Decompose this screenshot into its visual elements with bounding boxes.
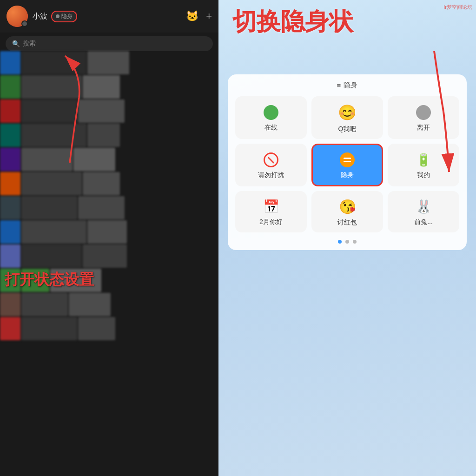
annotation-arrow-left — [28, 33, 84, 167]
hidden-icon-lines — [344, 158, 351, 162]
right-title: 切换隐身状 — [232, 8, 353, 35]
status-item-feb[interactable]: 📅 2月你好 — [235, 191, 307, 232]
title-text: 切换隐身状 — [232, 8, 353, 35]
icon-line-2 — [344, 161, 351, 162]
annotation-arrow-right — [411, 46, 476, 186]
icon-line-1 — [344, 158, 351, 159]
right-panel: Ir梦空间论坛 切换隐身状 ≡ 隐身 在线 😊 Q我吧 离开 — [218, 0, 476, 476]
avatar-container[interactable] — [7, 6, 28, 27]
status-dot — [21, 20, 28, 27]
status-item-rabbit[interactable]: 🐰 前兔... — [388, 191, 459, 232]
pagination — [232, 240, 462, 244]
cat-icon[interactable]: 🐱 — [186, 10, 198, 22]
add-icon[interactable]: + — [206, 10, 212, 22]
hongbao-label: 讨红包 — [337, 218, 357, 227]
status-item-online[interactable]: 在线 — [235, 96, 307, 139]
left-panel: 小波 隐身 🐱 + 🔍 搜索 — [0, 0, 218, 476]
callme-label: Q我吧 — [338, 125, 357, 133]
hongbao-icon: 😘 — [339, 198, 356, 215]
status-item-callme[interactable]: 😊 Q我吧 — [311, 96, 383, 139]
callme-icon: 😊 — [338, 104, 357, 121]
search-icon: 🔍 — [12, 40, 20, 47]
status-indicator — [56, 14, 60, 18]
username: 小波 — [33, 12, 47, 20]
rabbit-label: 前兔... — [414, 218, 433, 226]
rabbit-icon: 🐰 — [416, 199, 432, 214]
nodisturb-label: 请勿打扰 — [258, 171, 284, 179]
page-dot-1[interactable] — [338, 240, 342, 244]
left-header: 小波 隐身 🐱 + — [0, 0, 218, 33]
nodisturb-icon — [264, 152, 278, 167]
online-label: 在线 — [264, 124, 278, 132]
page-dot-2[interactable] — [345, 240, 349, 244]
page-dot-3[interactable] — [353, 240, 357, 244]
status-badge[interactable]: 隐身 — [51, 11, 77, 22]
status-item-hidden[interactable]: 隐身 — [311, 144, 383, 186]
status-item-nodisturb[interactable]: 请勿打扰 — [235, 144, 307, 186]
annotation-open: 打开状态设置 — [5, 270, 94, 290]
feb-label: 2月你好 — [259, 218, 283, 226]
status-item-hongbao[interactable]: 😘 讨红包 — [311, 191, 383, 232]
hidden-label: 隐身 — [341, 171, 354, 179]
status-menu-icon: ≡ — [337, 81, 341, 89]
hidden-icon — [340, 152, 355, 167]
status-menu-label: 隐身 — [344, 81, 357, 90]
watermark: Ir梦空间论坛 — [443, 4, 472, 11]
header-icons: 🐱 + — [186, 10, 212, 22]
annotation-open-text: 打开状态设置 — [5, 271, 94, 288]
status-text: 隐身 — [61, 13, 73, 20]
online-icon — [264, 105, 278, 120]
user-info: 小波 隐身 — [33, 11, 77, 22]
calendar-icon: 📅 — [263, 199, 279, 214]
